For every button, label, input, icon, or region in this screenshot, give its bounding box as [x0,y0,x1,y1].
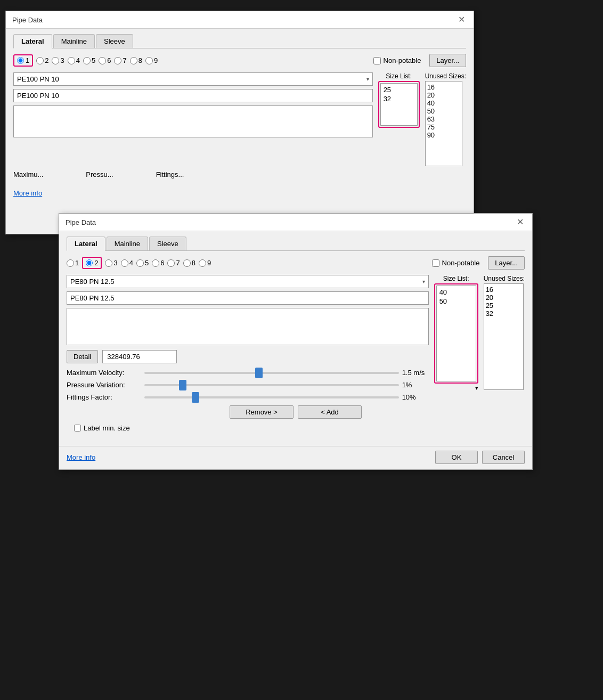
front-max-velocity-track[interactable] [144,372,399,374]
front-more-info-link[interactable]: More info [67,453,95,461]
bg-pipe-dropdown[interactable]: PE100 PN 10 ▾ [13,72,373,86]
front-label-minsize-checkbox[interactable] [74,425,81,432]
bg-tab-mainline[interactable]: Mainline [53,34,95,48]
front-nonpotable-checkbox[interactable] [432,259,439,267]
front-pipe-dropdown-value: PE80 PN 12.5 [70,278,114,286]
front-radio-9[interactable] [199,259,206,267]
bg-radio-7[interactable] [114,57,121,64]
front-radio-5[interactable] [136,259,144,267]
front-radio-2[interactable] [86,259,93,266]
front-unused-20[interactable]: 20 [486,294,521,302]
front-fittings-thumb[interactable] [192,392,199,403]
front-radio-label-6: 6 [160,259,164,267]
bg-radio-5[interactable] [83,57,91,64]
bg-dialog-close[interactable]: ✕ [456,15,467,24]
front-dialog-titlebar: Pipe Data ✕ [59,214,532,231]
front-detail-button[interactable]: Detail [67,350,98,363]
bg-pressure-label: Pressu... [86,170,113,178]
front-highlighted-radio-2: 2 [82,257,102,269]
bg-dialog-titlebar: Pipe Data ✕ [6,11,474,29]
front-fittings-label: Fittings Factor: [67,393,141,401]
bg-radio-2[interactable] [36,57,44,64]
bg-more-info-link[interactable]: More info [13,189,42,197]
bg-layer-button[interactable]: Layer... [429,54,466,67]
bg-tab-sleeve[interactable]: Sleeve [96,34,133,48]
front-max-velocity-thumb[interactable] [255,368,263,378]
bg-unused-40[interactable]: 40 [427,99,460,107]
bg-pipe-name-input[interactable] [13,89,373,102]
front-radio-label-8: 8 [192,259,195,267]
front-size-list-highlight: 40 50 [434,283,478,384]
bg-unused-63[interactable]: 63 [427,115,460,123]
front-unused-32[interactable]: 32 [486,310,521,318]
front-add-button[interactable]: < Add [298,405,362,419]
front-radio-item-8: 8 [183,259,195,267]
front-size-item-50[interactable]: 50 [438,297,474,306]
bg-pipe-description[interactable] [13,105,373,137]
front-dialog-title: Pipe Data [66,218,96,226]
bg-unused-90[interactable]: 90 [427,131,460,139]
front-cancel-button[interactable]: Cancel [482,451,525,464]
front-pipe-dropdown[interactable]: PE80 PN 12.5 ▾ [67,275,429,288]
front-dialog: Pipe Data ✕ Lateral Mainline Sleeve 1 2 … [59,213,533,470]
bg-size-list-box[interactable]: 25 32 [380,83,418,126]
background-dialog: Pipe Data ✕ Lateral Mainline Sleeve 1 2 … [5,11,474,234]
front-fittings-value: 10% [402,393,429,401]
front-unused-25[interactable]: 25 [486,302,521,310]
front-pipe-description[interactable] [67,308,429,345]
front-radio-8[interactable] [183,259,191,267]
front-radio-1[interactable] [67,259,74,267]
bg-radio-item-4: 4 [68,56,80,64]
front-remove-button[interactable]: Remove > [230,405,294,419]
bg-radio-group: 1 2 3 4 5 6 7 [13,54,466,67]
front-tab-lateral[interactable]: Lateral [67,237,105,251]
front-size-list-scrolldown-icon: ▾ [434,384,478,392]
bg-size-list-label: Size List: [378,72,420,80]
front-radio-label-4: 4 [129,259,133,267]
bg-size-item-32[interactable]: 32 [382,94,415,103]
bg-unused-75[interactable]: 75 [427,123,460,131]
bg-unused-20[interactable]: 20 [427,91,460,99]
bg-radio-1[interactable] [17,57,24,64]
front-footer-buttons: OK Cancel [435,451,525,464]
front-ok-button[interactable]: OK [435,451,478,464]
front-radio-label-9: 9 [207,259,211,267]
bg-radio-6[interactable] [99,57,106,64]
bg-radio-label-8: 8 [138,56,142,64]
front-tab-sleeve[interactable]: Sleeve [149,237,186,250]
front-size-item-40[interactable]: 40 [438,288,474,297]
bg-radio-4[interactable] [68,57,75,64]
bg-tab-lateral[interactable]: Lateral [13,34,52,48]
front-dialog-close[interactable]: ✕ [515,218,526,226]
front-radio-4[interactable] [121,259,128,267]
front-detail-row: Detail 328409.76 [67,350,429,363]
front-fittings-track[interactable] [144,396,399,398]
front-max-velocity-label: Maximum Velocity: [67,369,141,377]
bg-radio-label-3: 3 [60,56,64,64]
bg-unused-50[interactable]: 50 [427,107,460,115]
bg-unused-sizes-box[interactable]: 16 20 40 50 63 75 90 [425,81,462,166]
front-radio-7[interactable] [167,259,175,267]
front-pressure-track[interactable] [144,384,399,386]
bg-size-item-25[interactable]: 25 [382,85,415,94]
bg-nonpotable-checkbox[interactable] [373,57,381,64]
bg-radio-3[interactable] [52,57,59,64]
bg-more-info-area: More info [6,186,474,200]
front-unused-16[interactable]: 16 [486,286,521,294]
front-size-list-box[interactable]: 40 50 [436,286,476,381]
front-radio-3[interactable] [105,259,112,267]
front-tab-mainline[interactable]: Mainline [107,237,148,250]
front-nonpotable-label: Non-potable [442,259,480,267]
bg-radio-8[interactable] [130,57,137,64]
front-size-list-container: Size List: 40 50 ▾ [434,275,478,405]
front-unused-sizes-box[interactable]: 16 20 25 32 [484,283,524,390]
front-layer-button[interactable]: Layer... [488,256,525,270]
bg-radio-9[interactable] [145,57,153,64]
front-radio-6[interactable] [152,259,159,267]
bg-highlighted-radio-1: 1 [13,54,33,67]
front-pipe-name-input[interactable] [67,291,429,305]
bg-unused-16[interactable]: 16 [427,83,460,91]
front-label-minsize-area: Label min. size [67,424,525,436]
front-pressure-thumb[interactable] [179,380,186,390]
front-radio-label-2: 2 [94,259,98,267]
